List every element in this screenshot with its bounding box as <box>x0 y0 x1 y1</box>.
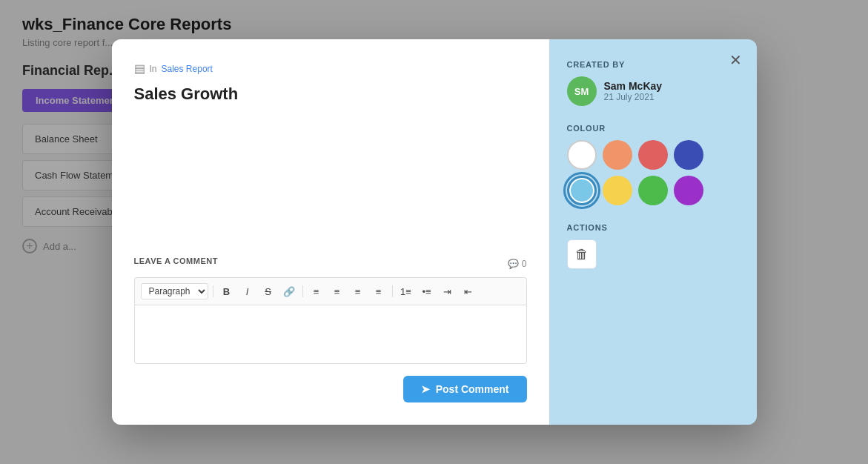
actions-row: 🗑 <box>567 239 739 269</box>
strikethrough-button[interactable]: S <box>259 282 277 300</box>
colour-section: COLOUR <box>567 124 739 205</box>
toolbar-divider-2 <box>302 285 303 297</box>
link-button[interactable]: 🔗 <box>280 282 298 300</box>
paragraph-select[interactable]: Paragraph Heading 1 Heading 2 <box>141 283 208 299</box>
post-comment-button[interactable]: ➤ Post Comment <box>403 376 527 402</box>
unordered-list-button[interactable]: •≡ <box>418 282 436 300</box>
document-icon: ▤ <box>134 62 145 76</box>
colour-blue[interactable] <box>674 140 703 170</box>
modal-body-spacer <box>134 119 527 252</box>
actions-label: ACTIONS <box>567 223 739 232</box>
close-button[interactable]: ✕ <box>726 50 745 70</box>
colour-yellow[interactable] <box>603 176 632 205</box>
post-comment-label: Post Comment <box>436 383 509 395</box>
comment-editor[interactable] <box>134 305 527 364</box>
creator-row: SM Sam McKay 21 July 2021 <box>567 76 739 106</box>
post-btn-row: ➤ Post Comment <box>134 376 527 402</box>
delete-button[interactable]: 🗑 <box>567 239 597 269</box>
breadcrumb-in-label: In <box>150 64 157 74</box>
comment-bubble-icon: 💬 <box>508 259 519 269</box>
colour-grid <box>567 140 739 205</box>
colour-white[interactable] <box>567 140 597 170</box>
comment-label: LEAVE A COMMENT <box>134 256 218 265</box>
created-by-section: CREATED BY SM Sam McKay 21 July 2021 <box>567 60 739 106</box>
italic-button[interactable]: I <box>239 282 256 300</box>
created-by-label: CREATED BY <box>567 60 739 69</box>
toolbar-divider-1 <box>213 285 213 297</box>
modal-right-panel: ✕ CREATED BY SM Sam McKay 21 July 2021 C… <box>549 39 757 425</box>
send-icon: ➤ <box>421 383 430 395</box>
modal-left-panel: ▤ In Sales Report Sales Growth LEAVE A C… <box>112 39 549 425</box>
bold-button[interactable]: B <box>218 282 236 300</box>
align-right-button[interactable]: ≡ <box>349 282 367 300</box>
breadcrumb: ▤ In Sales Report <box>134 62 527 76</box>
comment-header: LEAVE A COMMENT 💬 0 <box>134 256 527 271</box>
trash-icon: 🗑 <box>575 247 589 262</box>
colour-purple[interactable] <box>674 176 703 205</box>
align-center-button[interactable]: ≡ <box>328 282 346 300</box>
modal-title: Sales Growth <box>134 84 527 104</box>
toolbar-divider-3 <box>392 285 393 297</box>
indent-button[interactable]: ⇥ <box>439 282 457 300</box>
actions-section: ACTIONS 🗑 <box>567 223 739 269</box>
colour-green[interactable] <box>638 176 668 205</box>
comment-count: 💬 0 <box>508 259 527 269</box>
avatar: SM <box>567 76 597 106</box>
comment-section: LEAVE A COMMENT 💬 0 Paragraph Heading 1 … <box>134 256 527 402</box>
editor-toolbar: Paragraph Heading 1 Heading 2 B I S 🔗 ≡ … <box>134 277 527 305</box>
creator-info: Sam McKay 21 July 2021 <box>604 80 663 102</box>
colour-red[interactable] <box>638 140 668 170</box>
outdent-button[interactable]: ⇤ <box>460 282 477 300</box>
align-left-button[interactable]: ≡ <box>308 282 325 300</box>
modal-dialog: ▤ In Sales Report Sales Growth LEAVE A C… <box>112 39 757 425</box>
creator-name: Sam McKay <box>604 80 663 92</box>
ordered-list-button[interactable]: 1≡ <box>397 282 415 300</box>
modal-overlay: ▤ In Sales Report Sales Growth LEAVE A C… <box>0 0 868 464</box>
breadcrumb-link[interactable]: Sales Report <box>162 64 213 74</box>
colour-label: COLOUR <box>567 124 739 133</box>
comment-number: 0 <box>522 259 527 269</box>
colour-light-blue[interactable] <box>567 176 597 205</box>
creator-date: 21 July 2021 <box>604 92 663 102</box>
colour-orange[interactable] <box>603 140 632 170</box>
align-justify-button[interactable]: ≡ <box>370 282 388 300</box>
